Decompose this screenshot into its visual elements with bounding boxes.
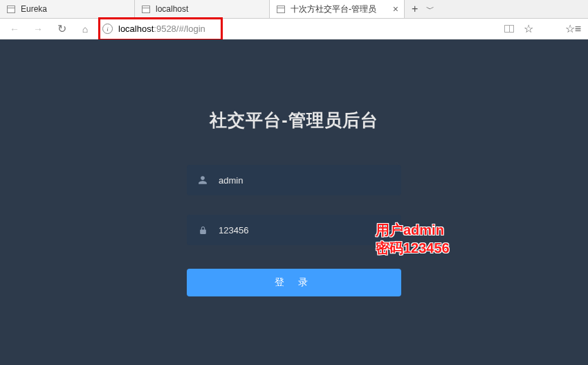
url-path: :9528/#/login [154, 24, 205, 34]
refresh-button[interactable]: ↻ [51, 22, 72, 35]
tab-page-icon [7, 6, 15, 13]
back-button[interactable]: ← [4, 24, 25, 35]
tab-label: localhost [156, 4, 188, 14]
annotation-text: 用户admin 密码123456 [376, 221, 450, 257]
tab-list-chevron-icon[interactable]: ﹀ [426, 3, 434, 15]
favorite-star-icon[interactable]: ☆ [524, 22, 533, 35]
close-tab-icon[interactable]: × [393, 3, 398, 15]
toolbar-right: ☆ ☆≡ [504, 22, 584, 35]
url-text: localhost:9528/#/login [118, 24, 205, 34]
user-icon [196, 175, 209, 185]
login-form: ⌣ 登 录 [187, 165, 401, 296]
browser-toolbar: ← → ↻ ⌂ i localhost:9528/#/login ☆ ☆≡ [0, 19, 588, 39]
reading-view-icon[interactable] [504, 25, 514, 33]
tab-page-icon [277, 6, 285, 13]
tab-controls: + ﹀ [405, 0, 441, 18]
forward-button[interactable]: → [28, 24, 48, 35]
annotation-line: 用户admin [376, 221, 450, 239]
username-input[interactable] [219, 175, 392, 186]
browser-tab[interactable]: localhost [135, 0, 270, 18]
browser-tab[interactable]: Eureka [0, 0, 135, 18]
browser-tab-active[interactable]: 十次方社交平台-管理员 × [270, 0, 405, 18]
favorites-list-icon[interactable]: ☆≡ [565, 22, 581, 35]
tab-label: Eureka [21, 4, 47, 14]
url-host: localhost [118, 24, 154, 34]
login-page: 社交平台-管理员后台 ⌣ 登 录 用户admin 密码123456 [0, 39, 588, 365]
browser-tab-bar: Eureka localhost 十次方社交平台-管理员 × + ﹀ [0, 0, 588, 19]
annotation-line: 密码123456 [376, 239, 450, 257]
login-button[interactable]: 登 录 [187, 269, 401, 296]
new-tab-button[interactable]: + [412, 3, 418, 15]
page-title: 社交平台-管理员后台 [210, 109, 378, 132]
password-input[interactable] [219, 225, 376, 235]
site-info-icon[interactable]: i [102, 24, 113, 34]
lock-icon [196, 225, 209, 235]
tab-page-icon [142, 6, 150, 13]
username-input-wrap[interactable] [187, 165, 401, 195]
address-bar[interactable]: i localhost:9528/#/login [98, 24, 502, 34]
home-button[interactable]: ⌂ [75, 24, 95, 35]
password-input-wrap[interactable]: ⌣ [187, 215, 401, 245]
tab-label: 十次方社交平台-管理员 [291, 3, 376, 15]
